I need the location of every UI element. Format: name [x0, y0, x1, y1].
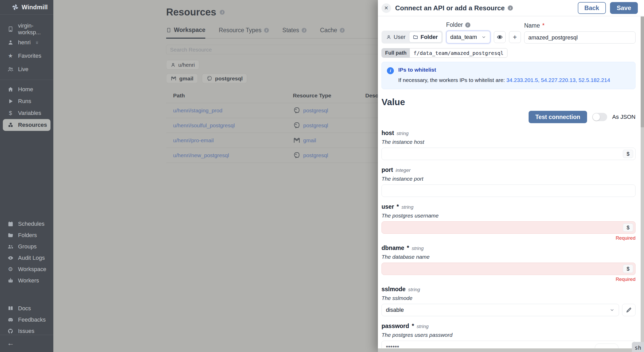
drawer-scrollbar-thumb[interactable] — [641, 16, 644, 127]
field-host: host string The instance host $ — [382, 130, 635, 160]
name-input[interactable] — [524, 31, 635, 44]
name-label: Name — [524, 22, 540, 29]
owner-kind-user[interactable]: User — [383, 32, 409, 43]
tab-resource-types[interactable]: Resource Types i — [219, 27, 269, 38]
sidebar-item-feedbacks[interactable]: Feedbacks — [0, 314, 53, 325]
sidebar-item-workspace-selector[interactable]: virgin-worksp... — [0, 22, 53, 36]
full-path-label: Full path — [382, 48, 410, 57]
port-input[interactable] — [382, 185, 635, 197]
chevron-down-icon — [481, 35, 486, 40]
save-button[interactable]: Save — [610, 2, 638, 14]
user-icon — [386, 35, 391, 40]
resource-path-link[interactable]: u/henri/new_postgresql — [173, 152, 293, 158]
sidebar-item-docs[interactable]: Docs — [0, 303, 53, 314]
robot-icon — [7, 278, 14, 284]
dbname-input[interactable] — [382, 263, 635, 275]
tab-workspace[interactable]: Workspace — [166, 27, 205, 39]
postgresql-icon — [206, 76, 213, 82]
gmail-icon — [293, 137, 301, 144]
drawer-title: Connect an API or add a Resource i — [395, 4, 513, 12]
user-icon — [7, 39, 14, 46]
play-icon — [7, 98, 14, 104]
sidebar-item-workers[interactable]: Workers — [0, 275, 53, 286]
home-icon — [7, 86, 14, 93]
chevron-down-icon — [609, 307, 615, 313]
drawer-header: ✕ Connect an API or add a Resource i Bac… — [378, 0, 644, 16]
folder-icon — [7, 232, 14, 238]
sidebar-item-resources[interactable]: Resources — [3, 119, 50, 131]
sidebar-item-home[interactable]: Home — [0, 83, 53, 95]
resource-type-link[interactable]: postgresql — [303, 152, 328, 158]
sidebar-item-folders[interactable]: Folders — [0, 230, 53, 241]
dollar-icon: $ — [7, 110, 14, 116]
sidebar-nav-group: Home Runs $ Variables Resources — [0, 80, 53, 131]
ips-whitelist-text: If necessary, the workers IPs to whiteli… — [398, 77, 506, 83]
postgresql-icon — [293, 107, 301, 114]
view-folder-button[interactable] — [494, 31, 506, 43]
tab-cache[interactable]: Cache i — [320, 27, 344, 38]
add-folder-button[interactable]: + — [509, 31, 521, 43]
sidebar-item-user[interactable]: henri ♕ — [0, 36, 53, 49]
required-error: Required — [382, 276, 635, 282]
type-filter-chip-postgresql[interactable]: postgresql — [202, 74, 247, 83]
type-filter-chip-gmail[interactable]: gmail — [166, 74, 198, 83]
show-password-tab[interactable]: sh — [632, 342, 644, 352]
sidebar-item-audit-logs[interactable]: Audit Logs — [0, 252, 53, 264]
resource-type-link[interactable]: gmail — [303, 137, 316, 144]
logo-row[interactable]: Windmill — [0, 0, 53, 15]
sidebar-item-groups[interactable]: Groups — [0, 241, 53, 252]
folder-select[interactable]: data_team — [446, 31, 490, 44]
field-user: user* string The postgres username $ Req… — [382, 203, 635, 241]
close-icon[interactable]: ✕ — [382, 3, 391, 13]
sidebar-item-runs[interactable]: Runs — [0, 95, 53, 107]
folder-label: Folder — [446, 21, 463, 28]
folder-icon — [413, 35, 418, 40]
variable-picker-button[interactable]: $ — [623, 150, 633, 158]
required-error: Required — [382, 235, 635, 241]
crown-icon: ♕ — [35, 40, 39, 45]
owner-filter-chip[interactable]: u/henri — [166, 60, 199, 70]
sslmode-select[interactable]: disable — [382, 304, 619, 316]
pencil-icon — [626, 307, 632, 313]
edit-sslmode-button[interactable] — [622, 304, 635, 316]
resource-type-link[interactable]: postgresql — [303, 107, 328, 114]
full-path: Full path f/data_team/amazed_postgresql — [382, 48, 507, 58]
resource-type-link[interactable]: postgresql — [303, 122, 328, 129]
resource-path-link[interactable]: u/henri/soulful_postgresql — [173, 122, 293, 129]
sidebar-item-favorites[interactable]: ★ Favorites — [0, 49, 53, 63]
back-button[interactable]: Back — [578, 2, 606, 14]
field-dbname: dbname* string The database name $ Requi… — [382, 245, 635, 282]
app-title: Windmill — [22, 4, 48, 11]
drawer-content: User Folder Folder i data_ — [378, 16, 644, 352]
sidebar-workspace-group: virgin-worksp... henri ♕ ★ Favorites Liv… — [0, 19, 53, 76]
sidebar-item-live[interactable]: Live — [0, 63, 53, 76]
app-root: Windmill virgin-worksp... henri ♕ ★ Favo… — [0, 0, 644, 352]
variable-picker-button[interactable]: $ — [623, 223, 633, 232]
sidebar-item-variables[interactable]: $ Variables — [0, 107, 53, 119]
collapse-sidebar-icon[interactable]: ← — [7, 339, 14, 347]
host-input[interactable] — [382, 148, 635, 160]
info-icon: i — [387, 67, 394, 74]
as-json-toggle[interactable] — [592, 113, 607, 121]
test-connection-button[interactable]: Test connection — [529, 111, 587, 123]
sidebar-admin-group: Schedules Folders Groups Audit Logs — [0, 215, 53, 286]
info-icon: i — [302, 28, 307, 33]
windmill-logo-icon — [11, 3, 19, 11]
ips-whitelist-links[interactable]: 34.233.201.5, 54.227.220.13, 52.5.182.21… — [506, 77, 610, 83]
sidebar-item-workspace-settings[interactable]: ⚙ Workspace — [0, 264, 53, 275]
github-icon — [7, 328, 14, 334]
resource-path-link[interactable]: u/henri/pro-email — [173, 137, 293, 144]
folder-select-group: Folder i data_team — [446, 21, 490, 44]
user-input[interactable] — [382, 221, 635, 234]
resource-path-link[interactable]: u/henri/staging_prod — [173, 107, 293, 114]
gear-icon: ⚙ — [7, 266, 14, 272]
tab-states[interactable]: States i — [282, 27, 307, 38]
name-field-group: Name * — [524, 22, 635, 44]
owner-kind-folder[interactable]: Folder — [409, 32, 442, 43]
info-icon: i — [340, 28, 345, 33]
full-path-value: f/data_team/amazed_postgresql — [410, 48, 507, 57]
info-icon[interactable]: i — [220, 10, 225, 15]
eye-icon — [7, 255, 14, 261]
sidebar-item-schedules[interactable]: Schedules — [0, 218, 53, 230]
variable-picker-button[interactable]: $ — [623, 265, 633, 273]
